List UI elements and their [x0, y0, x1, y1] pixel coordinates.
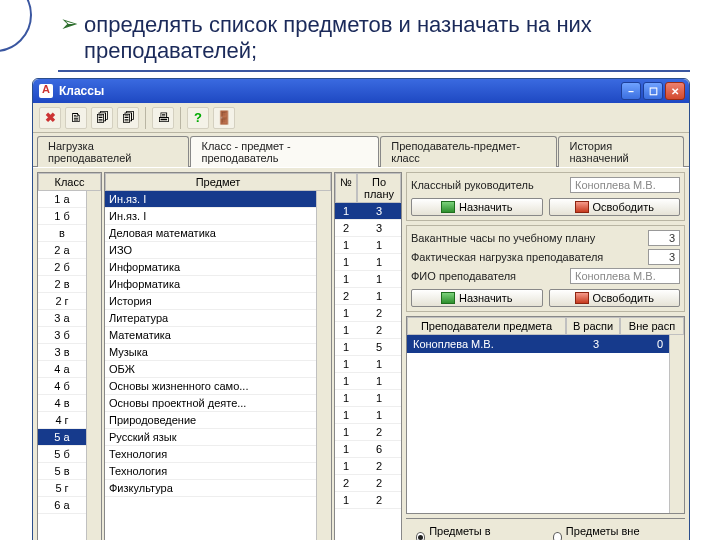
class-row[interactable]: 4 б [38, 378, 86, 395]
close-button[interactable]: ✕ [665, 82, 685, 100]
plan-row[interactable]: 16 [335, 441, 401, 458]
radio-out-schedule-label: Предметы вне расписания [566, 525, 675, 540]
subject-row[interactable]: ОБЖ [105, 361, 316, 378]
assign-class-teacher-button[interactable]: Назначить [411, 198, 543, 216]
class-row[interactable]: 5 в [38, 463, 86, 480]
class-grid-header: Класс [38, 173, 101, 191]
toolbar-exit-icon[interactable]: 🚪 [213, 107, 235, 129]
class-row[interactable]: 2 г [38, 293, 86, 310]
plan-row[interactable]: 11 [335, 390, 401, 407]
subject-grid-scroll[interactable] [316, 191, 331, 540]
plan-row[interactable]: 12 [335, 458, 401, 475]
assign-teacher-button[interactable]: Назначить [411, 289, 543, 307]
class-row[interactable]: 3 а [38, 310, 86, 327]
subgrid-scroll[interactable] [669, 335, 684, 513]
slide-bullet: ➢ определять список предметов и назначат… [60, 12, 692, 64]
plan-row[interactable]: 11 [335, 373, 401, 390]
release-teacher-button[interactable]: Освободить [549, 289, 681, 307]
plan-row[interactable]: 12 [335, 305, 401, 322]
subject-row[interactable]: Деловая математика [105, 225, 316, 242]
stats-card: Вакантные часы по учебному плану3 Фактич… [406, 225, 685, 312]
plan-row[interactable]: 12 [335, 492, 401, 509]
class-row[interactable]: 2 б [38, 259, 86, 276]
subject-row[interactable]: Технология [105, 463, 316, 480]
class-row[interactable]: 4 в [38, 395, 86, 412]
titlebar[interactable]: Классы – ☐ ✕ [33, 79, 689, 103]
plan-row[interactable]: 11 [335, 356, 401, 373]
class-row[interactable]: 1 а [38, 191, 86, 208]
subject-row[interactable]: Основы жизненного само... [105, 378, 316, 395]
class-row[interactable]: 1 б [38, 208, 86, 225]
class-row[interactable]: 5 б [38, 446, 86, 463]
subject-row[interactable]: Физкультура [105, 480, 316, 497]
subject-row[interactable]: Литература [105, 310, 316, 327]
radio-off-icon [553, 532, 562, 541]
subject-grid[interactable]: Предмет Ин.яз. IИн.яз. IДеловая математи… [104, 172, 332, 540]
subject-teacher-row[interactable]: Коноплева М.В.30 [407, 335, 669, 353]
class-row[interactable]: 3 б [38, 327, 86, 344]
plan-row[interactable]: 13 [335, 203, 401, 220]
subject-row[interactable]: Основы проектной деяте... [105, 395, 316, 412]
plan-row[interactable]: 21 [335, 288, 401, 305]
class-row[interactable]: 4 а [38, 361, 86, 378]
toolbar-x-red-icon[interactable]: ✖ [39, 107, 61, 129]
plan-row[interactable]: 11 [335, 254, 401, 271]
subject-row[interactable]: Музыка [105, 344, 316, 361]
radio-in-schedule[interactable]: Предметы в расписании [416, 525, 529, 540]
subject-row[interactable]: Информатика [105, 276, 316, 293]
subject-row[interactable]: Природоведение [105, 412, 316, 429]
minimize-button[interactable]: – [621, 82, 641, 100]
subject-row[interactable]: Информатика [105, 259, 316, 276]
plan-row[interactable]: 22 [335, 475, 401, 492]
toolbar: ✖ 🗎 🗐 🗐 🖶 ? 🚪 [33, 103, 689, 133]
plan-row[interactable]: 12 [335, 322, 401, 339]
tab-teacher-load[interactable]: Нагрузка преподавателей [37, 136, 189, 167]
class-row[interactable]: 6 а [38, 497, 86, 514]
toolbar-help-icon[interactable]: ? [187, 107, 209, 129]
slide-bullet-text: определять список предметов и назначать … [84, 12, 692, 64]
plan-row[interactable]: 11 [335, 237, 401, 254]
subject-row[interactable]: ИЗО [105, 242, 316, 259]
class-row[interactable]: 2 а [38, 242, 86, 259]
subject-row[interactable]: Русский язык [105, 429, 316, 446]
tab-class-subject-teacher[interactable]: Класс - предмет - преподаватель [190, 136, 379, 167]
radio-filter-bar: Предметы в расписании Предметы вне распи… [406, 518, 685, 540]
toolbar-doc-1-icon[interactable]: 🗎 [65, 107, 87, 129]
plan-row[interactable]: 23 [335, 220, 401, 237]
app-icon [39, 84, 53, 98]
class-grid-scroll[interactable] [86, 191, 101, 540]
subject-grid-header: Предмет [105, 173, 331, 191]
plan-row[interactable]: 11 [335, 407, 401, 424]
subject-row[interactable]: История [105, 293, 316, 310]
tab-history[interactable]: История назначений [558, 136, 684, 167]
toolbar-sep [180, 107, 181, 129]
subject-row[interactable]: Технология [105, 446, 316, 463]
window-title: Классы [59, 84, 104, 98]
subgrid-header-in: В распи [566, 317, 620, 335]
class-row[interactable]: 5 г [38, 480, 86, 497]
class-teacher-card: Классный руководитель Коноплева М.В. Наз… [406, 172, 685, 221]
class-row[interactable]: 3 в [38, 344, 86, 361]
class-row[interactable]: 2 в [38, 276, 86, 293]
toolbar-print-icon[interactable]: 🖶 [152, 107, 174, 129]
plan-row[interactable]: 12 [335, 424, 401, 441]
plan-row[interactable]: 11 [335, 271, 401, 288]
subject-row[interactable]: Математика [105, 327, 316, 344]
plan-grid[interactable]: № По плану 13231111112112121511111111121… [334, 172, 402, 540]
subject-row[interactable]: Ин.яз. I [105, 208, 316, 225]
release-class-teacher-button[interactable]: Освободить [549, 198, 681, 216]
subgrid-header-name: Преподаватели предмета [407, 317, 566, 335]
class-row[interactable]: 5 а [38, 429, 86, 446]
radio-out-schedule[interactable]: Предметы вне расписания [553, 525, 675, 540]
class-row[interactable]: 4 г [38, 412, 86, 429]
class-grid[interactable]: Класс 1 а1 бв2 а2 б2 в2 г3 а3 б3 в4 а4 б… [37, 172, 102, 540]
subject-row[interactable]: Ин.яз. I [105, 191, 316, 208]
toolbar-doc-2-icon[interactable]: 🗐 [91, 107, 113, 129]
toolbar-doc-3-icon[interactable]: 🗐 [117, 107, 139, 129]
plan-row[interactable]: 15 [335, 339, 401, 356]
maximize-button[interactable]: ☐ [643, 82, 663, 100]
plan-grid-header-plan: По плану [357, 173, 401, 203]
tab-teacher-subject-class[interactable]: Преподаватель-предмет-класс [380, 136, 557, 167]
subject-teachers-grid[interactable]: Преподаватели предмета В распи Вне расп … [406, 316, 685, 514]
class-row[interactable]: в [38, 225, 86, 242]
